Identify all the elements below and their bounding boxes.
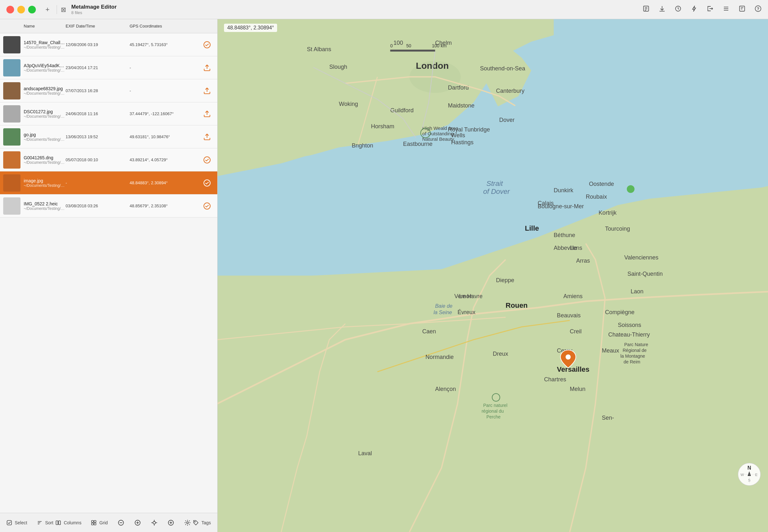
- zoom-in-button[interactable]: [134, 519, 141, 526]
- file-row[interactable]: G0041265.dng ~/Documents/Testing/Images …: [0, 148, 217, 171]
- map-panel[interactable]: 48.84883°, 2.30894° London Slough Dartfo…: [218, 19, 768, 532]
- col-header-name: Name: [24, 24, 66, 28]
- tags-label: Tags: [201, 520, 211, 525]
- list-icon[interactable]: [723, 5, 730, 14]
- note-icon[interactable]: [739, 5, 746, 14]
- export-icon[interactable]: [707, 5, 714, 14]
- svg-rect-31: [94, 523, 96, 525]
- file-thumbnail: [3, 151, 20, 169]
- svg-point-134: [627, 185, 635, 193]
- map-coordinates: 48.84883°, 2.30894°: [224, 24, 277, 32]
- locate-button[interactable]: [151, 519, 158, 526]
- svg-text:100 km: 100 km: [432, 43, 447, 48]
- tags-button[interactable]: Tags: [193, 520, 211, 526]
- download-icon[interactable]: [659, 5, 666, 14]
- file-name: go.jpg: [24, 132, 66, 137]
- clock-icon[interactable]: [675, 5, 682, 14]
- file-action-button[interactable]: [200, 41, 214, 49]
- bottom-right-actions: Tags: [193, 520, 211, 526]
- file-path: ~/Documents/Testing/Images: [24, 91, 66, 96]
- svg-text:Dreux: Dreux: [493, 351, 508, 357]
- col-header-gps: GPS Coordinates: [130, 24, 200, 28]
- file-row[interactable]: go.jpg ~/Documents/Testing/Images 13/06/…: [0, 125, 217, 148]
- file-thumbnail: [3, 105, 20, 123]
- maximize-button[interactable]: [28, 6, 36, 13]
- file-row[interactable]: DSC01272.jpg ~/Documents/Testing/Images …: [0, 102, 217, 125]
- svg-text:Chateau-Thierry: Chateau-Thierry: [608, 331, 650, 338]
- grid-button[interactable]: Grid: [91, 520, 108, 526]
- svg-text:Dunkirk: Dunkirk: [554, 187, 573, 194]
- file-info: andscape68329.jpg ~/Documents/Testing/Im…: [24, 86, 66, 96]
- app-info: MetaImage Editor 8 files: [71, 4, 117, 15]
- settings-button[interactable]: [184, 519, 191, 526]
- columns-button[interactable]: Columns: [55, 520, 81, 526]
- file-row[interactable]: andscape68329.jpg ~/Documents/Testing/Im…: [0, 79, 217, 102]
- bottom-left-actions: Select Sort: [6, 520, 53, 526]
- svg-text:Strait: Strait: [486, 179, 503, 187]
- sort-icon: [37, 520, 43, 526]
- file-gps: 43.89214°, 4.05729°: [130, 157, 200, 162]
- window-close-icon[interactable]: ⊠: [61, 6, 66, 13]
- file-row[interactable]: A3pQuViEy54adKQ1WNEPB2Q2nSvlF... ~/Docum…: [0, 56, 217, 79]
- svg-text:Beauvais: Beauvais: [557, 312, 580, 319]
- svg-text:Slough: Slough: [329, 64, 347, 70]
- file-info: 14570_Raw_Challe.CR2 ~/Documents/Testing…: [24, 40, 66, 50]
- svg-rect-29: [94, 520, 96, 522]
- svg-text:Calais: Calais: [538, 200, 554, 206]
- add-location-button[interactable]: [167, 519, 174, 526]
- sort-button[interactable]: Sort: [37, 520, 53, 526]
- file-info: IMG_0522 2.heic ~/Documents/Testing/Imag…: [24, 201, 66, 211]
- file-action-button[interactable]: [200, 110, 214, 118]
- file-row[interactable]: image.jpg ~/Documents/Testing/Images - 4…: [0, 171, 217, 195]
- svg-text:Wells: Wells: [451, 132, 465, 139]
- file-date: 05/07/2018 00:10: [66, 157, 130, 162]
- edit-icon[interactable]: [643, 5, 650, 14]
- file-gps: 45.19427°, 5.73163°: [130, 42, 200, 47]
- svg-text:Parc Nature: Parc Nature: [624, 342, 648, 347]
- file-panel: Name EXIF Date/Time GPS Coordinates 1457…: [0, 19, 218, 532]
- svg-text:Guildford: Guildford: [390, 107, 413, 114]
- minimize-button[interactable]: [17, 6, 25, 13]
- bottom-center-actions: Columns Grid: [53, 519, 193, 526]
- traffic-lights: [6, 6, 36, 13]
- zoom-in-icon: [134, 519, 141, 526]
- file-thumbnail: [3, 197, 20, 215]
- file-path: ~/Documents/Testing/Images: [24, 114, 66, 119]
- file-action-button[interactable]: [200, 202, 214, 210]
- file-row[interactable]: IMG_0522 2.heic ~/Documents/Testing/Imag…: [0, 195, 217, 218]
- file-name: 14570_Raw_Challe.CR2: [24, 40, 66, 45]
- svg-text:London: London: [416, 61, 449, 71]
- svg-text:Tourcoing: Tourcoing: [605, 226, 630, 232]
- file-name: A3pQuViEy54adKQ1WNEPB2Q2nSvlF...: [24, 63, 66, 68]
- zoom-out-button[interactable]: [117, 519, 124, 526]
- add-tab-button[interactable]: +: [45, 5, 50, 14]
- file-date: 13/06/2013 19:52: [66, 134, 130, 139]
- select-button[interactable]: Select: [6, 520, 27, 526]
- file-name: G0041265.dng: [24, 155, 66, 160]
- file-path: ~/Documents/Testing/Images: [24, 160, 66, 165]
- help-icon[interactable]: ?: [755, 5, 762, 14]
- svg-text:Saint-Quentin: Saint-Quentin: [628, 271, 663, 277]
- file-thumbnail: [3, 174, 20, 192]
- svg-text:Chartres: Chartres: [544, 376, 566, 383]
- col-header-date: EXIF Date/Time: [66, 24, 130, 28]
- flash-icon[interactable]: [691, 5, 698, 14]
- close-button[interactable]: [6, 6, 14, 13]
- svg-text:Abbeville: Abbeville: [554, 245, 577, 251]
- file-action-button[interactable]: [200, 179, 214, 187]
- columns-icon: [55, 520, 61, 526]
- file-path: ~/Documents/Testing/Images: [24, 137, 66, 142]
- svg-rect-27: [59, 521, 60, 525]
- zoom-out-icon: [117, 519, 124, 526]
- file-action-button[interactable]: [200, 133, 214, 141]
- svg-text:Perche: Perche: [486, 414, 501, 419]
- file-action-button[interactable]: [200, 156, 214, 164]
- svg-text:Lille: Lille: [525, 224, 539, 232]
- svg-text:Melun: Melun: [570, 386, 585, 392]
- svg-text:régional du: régional du: [482, 409, 504, 414]
- file-action-button[interactable]: [200, 87, 214, 95]
- file-date: 03/08/2018 03:26: [66, 203, 130, 208]
- file-name: image.jpg: [24, 178, 66, 183]
- file-action-button[interactable]: [200, 64, 214, 72]
- file-row[interactable]: 14570_Raw_Challe.CR2 ~/Documents/Testing…: [0, 33, 217, 56]
